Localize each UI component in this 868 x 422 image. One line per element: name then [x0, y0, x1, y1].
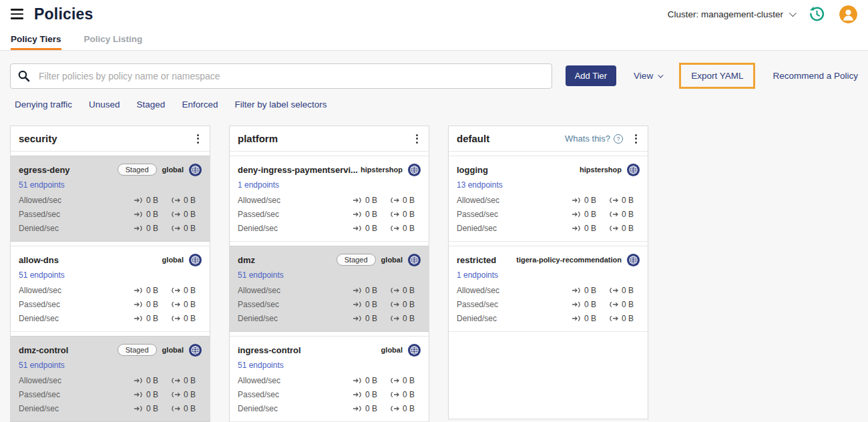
- metric-value: 0 B: [184, 300, 196, 309]
- egress-icon: [390, 300, 399, 308]
- metric-label: Passed/sec: [19, 390, 60, 399]
- hamburger-menu-icon[interactable]: [11, 9, 23, 19]
- metric-row: Allowed/sec0 B0 B: [19, 193, 202, 207]
- policy-card-egress-deny[interactable]: egress-denyStagedglobal51 endpointsAllow…: [11, 156, 210, 242]
- policy-card-header: allow-dnsglobal: [19, 251, 202, 268]
- view-button[interactable]: View: [634, 71, 662, 81]
- metric-values: 0 B0 B: [134, 210, 202, 219]
- ingress-icon: [572, 286, 581, 294]
- recommend-policy-button[interactable]: Recommend a Policy: [773, 71, 858, 81]
- endpoints-link[interactable]: 51 endpoints: [19, 361, 65, 370]
- tier-column-default: defaultWhats this??logginghipstershop13 …: [448, 126, 648, 419]
- tier-menu-icon[interactable]: [632, 132, 640, 146]
- history-icon[interactable]: [808, 5, 826, 23]
- metric-value: 0 B: [184, 376, 196, 385]
- metric-row: Denied/sec0 B0 B: [238, 221, 421, 235]
- policy-card-logging[interactable]: logginghipstershop13 endpointsAllowed/se…: [449, 156, 648, 242]
- filter-enforced[interactable]: Enforced: [182, 99, 218, 110]
- ingress-icon: [572, 300, 581, 308]
- add-tier-button[interactable]: Add Tier: [566, 65, 616, 86]
- filter-by-label-selectors[interactable]: Filter by label selectors: [234, 99, 327, 110]
- metric-values: 0 B0 B: [572, 210, 640, 219]
- policy-name: allow-dns: [19, 255, 59, 265]
- egress-icon: [390, 286, 399, 294]
- chevron-down-icon: [789, 9, 797, 17]
- tab-policy-tiers[interactable]: Policy Tiers: [11, 28, 61, 50]
- metric-row: Denied/sec0 B0 B: [19, 311, 202, 325]
- policy-card-dmz[interactable]: dmzStagedglobal51 endpointsAllowed/sec0 …: [230, 246, 429, 332]
- tier-name: security: [19, 133, 57, 144]
- cluster-selector[interactable]: Cluster: management-cluster: [668, 9, 795, 19]
- tab-policy-listing[interactable]: Policy Listing: [84, 28, 143, 50]
- staged-badge: Staged: [118, 344, 157, 356]
- ingress-icon: [134, 210, 143, 218]
- globe-icon: [627, 254, 640, 266]
- egress-icon: [171, 300, 180, 308]
- policy-card-ingress-control[interactable]: ingress-controlglobal51 endpointsAllowed…: [230, 336, 429, 422]
- tier-header-default: defaultWhats this??: [449, 126, 648, 152]
- metric-value: 0 B: [184, 404, 196, 413]
- policy-card-restricted[interactable]: restrictedtigera-policy-recommendation1 …: [449, 246, 648, 332]
- cluster-selector-label: Cluster: management-cluster: [668, 9, 783, 19]
- metric-value: 0 B: [622, 286, 634, 295]
- user-avatar[interactable]: [839, 5, 857, 23]
- ingress-icon: [572, 224, 581, 232]
- metric-row: Allowed/sec0 B0 B: [457, 193, 640, 207]
- egress-bytes: 0 B: [171, 196, 202, 205]
- endpoints-link[interactable]: 13 endpoints: [457, 180, 503, 190]
- metric-row: Allowed/sec0 B0 B: [238, 193, 421, 207]
- metric-row: Denied/sec0 B0 B: [19, 401, 202, 415]
- policy-scope-label: global: [381, 346, 403, 354]
- metric-value: 0 B: [622, 196, 634, 205]
- ingress-icon: [353, 405, 362, 413]
- metric-value: 0 B: [146, 376, 158, 385]
- filter-unused[interactable]: Unused: [89, 99, 120, 110]
- policy-card-header: egress-denyStagedglobal: [19, 161, 202, 178]
- metric-label: Denied/sec: [457, 314, 497, 323]
- policy-card-deny-ingress-paymentservi[interactable]: deny-ingress-paymentservi...hipstershop1…: [230, 156, 429, 242]
- policy-scope-label: hipstershop: [361, 166, 403, 174]
- ingress-bytes: 0 B: [353, 314, 383, 323]
- egress-icon: [609, 224, 618, 232]
- tiers-board: securityegress-denyStagedglobal51 endpoi…: [10, 126, 858, 422]
- ingress-bytes: 0 B: [134, 390, 164, 399]
- endpoints-link[interactable]: 51 endpoints: [238, 270, 284, 280]
- whats-this-link[interactable]: Whats this??: [565, 134, 623, 144]
- endpoints-link[interactable]: 51 endpoints: [19, 180, 65, 190]
- endpoints-link[interactable]: 1 endpoints: [457, 270, 498, 280]
- metric-value: 0 B: [146, 286, 158, 295]
- policy-scope-label: hipstershop: [580, 166, 622, 174]
- ingress-bytes: 0 B: [134, 404, 164, 413]
- egress-bytes: 0 B: [390, 224, 421, 233]
- metric-row: Denied/sec0 B0 B: [457, 221, 640, 235]
- policy-card-allow-dns[interactable]: allow-dnsglobal51 endpointsAllowed/sec0 …: [11, 246, 210, 332]
- policy-scope-label: global: [162, 256, 184, 264]
- tier-menu-icon[interactable]: [413, 132, 421, 146]
- export-yaml-button[interactable]: Export YAML: [679, 63, 755, 89]
- ingress-icon: [134, 196, 143, 204]
- ingress-bytes: 0 B: [134, 196, 164, 205]
- filter-staged[interactable]: Staged: [137, 99, 166, 110]
- metric-row: Denied/sec0 B0 B: [238, 401, 421, 415]
- endpoints-link[interactable]: 1 endpoints: [238, 180, 279, 190]
- policy-card-dmz-control[interactable]: dmz-controlStagedglobal51 endpointsAllow…: [11, 336, 210, 422]
- ingress-icon: [134, 300, 143, 308]
- metric-row: Passed/sec0 B0 B: [19, 297, 202, 311]
- metric-value: 0 B: [365, 390, 377, 399]
- endpoints-link[interactable]: 51 endpoints: [19, 270, 65, 280]
- filter-denying-traffic[interactable]: Denying traffic: [15, 99, 72, 110]
- ingress-bytes: 0 B: [134, 210, 164, 219]
- policy-card-header: restrictedtigera-policy-recommendation: [457, 251, 640, 268]
- policy-card-meta: Stagedglobal: [118, 344, 202, 357]
- metric-value: 0 B: [184, 210, 196, 219]
- tier-menu-icon[interactable]: [194, 132, 202, 146]
- metric-values: 0 B0 B: [134, 390, 202, 399]
- search-input[interactable]: [10, 63, 552, 89]
- globe-icon: [189, 254, 202, 266]
- metric-values: 0 B0 B: [353, 404, 421, 413]
- ingress-icon: [134, 314, 143, 323]
- metric-value: 0 B: [184, 224, 196, 233]
- endpoints-link[interactable]: 51 endpoints: [238, 361, 284, 370]
- egress-bytes: 0 B: [390, 404, 421, 413]
- policy-card-meta: hipstershop: [580, 164, 640, 176]
